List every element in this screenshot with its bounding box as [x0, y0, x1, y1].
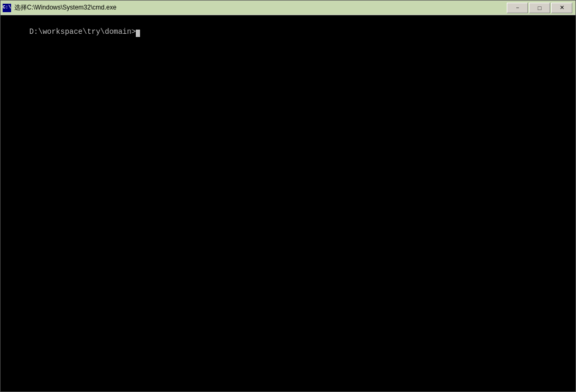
cmd-icon: C:\	[3, 4, 11, 12]
terminal-cursor	[136, 30, 140, 37]
window-controls: － □ ✕	[507, 3, 572, 13]
minimize-button[interactable]: －	[507, 3, 528, 13]
titlebar-left: C:\ 选择C:\Windows\System32\cmd.exe	[3, 3, 116, 12]
cmd-window: C:\ 选择C:\Windows\System32\cmd.exe － □ ✕ …	[0, 0, 576, 392]
terminal-body[interactable]: D:\workspace\try\domain>	[1, 15, 575, 391]
cmd-icon-label: C:\	[3, 5, 11, 10]
window-icon: C:\	[3, 4, 11, 12]
titlebar: C:\ 选择C:\Windows\System32\cmd.exe － □ ✕	[1, 1, 575, 15]
maximize-button[interactable]: □	[529, 3, 550, 13]
terminal-prompt: D:\workspace\try\domain>	[29, 27, 136, 36]
window-title: 选择C:\Windows\System32\cmd.exe	[14, 3, 116, 12]
terminal-prompt-line: D:\workspace\try\domain>	[3, 16, 573, 48]
close-button[interactable]: ✕	[551, 3, 572, 13]
